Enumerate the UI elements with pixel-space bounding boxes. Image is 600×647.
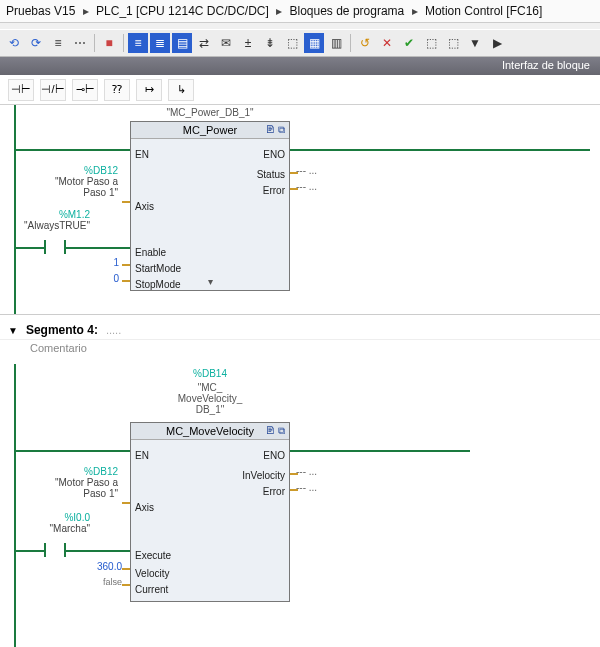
tb-icon[interactable]: ≣ [150,33,170,53]
wire-eno [290,149,590,151]
ld-contact-nc[interactable]: ⊣/⊢ [40,79,66,101]
tb-icon[interactable]: ▥ [326,33,346,53]
tb-icon[interactable]: ⇟ [260,33,280,53]
tb-icon[interactable]: ✕ [377,33,397,53]
instance-db-addr: %DB14 [130,368,290,379]
tb-icon[interactable]: ▤ [172,33,192,53]
tb-icon[interactable]: ≡ [128,33,148,53]
tag-axis[interactable]: %DB12 "Motor Paso a Paso 1" [34,466,118,499]
pin-enable: Enable [135,247,166,258]
out-error-dots: --- ... [296,181,317,192]
ld-coil[interactable]: ⊸⊢ [72,79,98,101]
block-icons[interactable]: 🖹 ⧉ [265,124,285,136]
out-status-dots: --- ... [296,165,317,176]
pin-axis: Axis [135,502,154,513]
tb-icon[interactable]: ⋯ [70,33,90,53]
block-icons[interactable]: 🖹 ⧉ [265,425,285,437]
pin-execute: Execute [135,550,171,561]
tag-axis[interactable]: %DB12 "Motor Paso a Paso 1" [34,165,118,198]
tb-icon[interactable]: ⬚ [421,33,441,53]
expand-icon[interactable]: ▾ [208,276,213,287]
tb-icon[interactable]: ⇄ [194,33,214,53]
wire-en [16,450,130,452]
pin-velocity: Velocity [135,568,169,579]
interface-label: Interfaz de bloque [502,59,590,71]
tb-icon[interactable]: ▦ [304,33,324,53]
pin-eno: ENO [263,450,285,461]
tb-icon[interactable]: ▶ [487,33,507,53]
ld-branch-open[interactable]: ↦ [136,79,162,101]
network-mc-movevelocity: %DB14 "MC_ MoveVelocity_ DB_1" MC_MoveVe… [0,364,600,647]
pin-en: EN [135,149,149,160]
tb-icon[interactable]: ⟲ [4,33,24,53]
tb-icon[interactable]: ■ [99,33,119,53]
breadcrumb-item[interactable]: Motion Control [FC16] [425,4,542,18]
breadcrumb: Pruebas V15 ▸ PLC_1 [CPU 1214C DC/DC/DC]… [0,0,600,23]
breadcrumb-item[interactable]: Bloques de programa [290,4,405,18]
segment-comment[interactable]: Comentario [0,340,600,364]
interface-bar: Interfaz de bloque [0,57,600,75]
tb-icon[interactable]: ✉ [216,33,236,53]
pin-startmode: StartMode [135,263,181,274]
pin-en: EN [135,450,149,461]
tb-icon[interactable]: ≡ [48,33,68,53]
pin-axis: Axis [135,201,154,212]
ladder-toolbar: ⊣⊢ ⊣/⊢ ⊸⊢ ⁇ ↦ ↳ [0,75,600,105]
out-invel-dots: --- ... [296,466,317,477]
instance-db-name: "MC_ MoveVelocity_ DB_1" [130,382,290,415]
breadcrumb-item[interactable]: PLC_1 [CPU 1214C DC/DC/DC] [96,4,269,18]
breadcrumb-item[interactable]: Pruebas V15 [6,4,75,18]
segment-suffix: ..... [106,324,121,336]
pin-eno: ENO [263,149,285,160]
tag-execute[interactable]: %I0.0 "Marcha" [18,512,90,534]
val-startmode[interactable]: 1 [105,257,119,268]
block-mc-power[interactable]: MC_Power 🖹 ⧉ EN Axis Enable StartMode St… [130,121,290,291]
contact-enable[interactable] [44,240,66,254]
pin-stopmode: StopMode [135,279,181,290]
segment-title: Segmento 4: [26,323,98,337]
tb-icon[interactable]: ⟳ [26,33,46,53]
ld-box[interactable]: ⁇ [104,79,130,101]
tb-icon[interactable]: ± [238,33,258,53]
wire-eno [290,450,470,452]
network-area: "MC_Power_DB_1" MC_Power 🖹 ⧉ EN Axis Ena… [0,105,600,647]
block-title: MC_MoveVelocity 🖹 ⧉ [131,423,289,440]
pin-invelocity: InVelocity [242,470,285,481]
block-mc-movevelocity[interactable]: MC_MoveVelocity 🖹 ⧉ EN Axis Execute Velo… [130,422,290,602]
val-current[interactable]: false [92,577,122,587]
pin-current: Current [135,584,168,595]
pin-error: Error [263,185,285,196]
chevron-down-icon[interactable]: ▼ [8,325,18,336]
tb-icon[interactable]: ▼ [465,33,485,53]
main-toolbar: ⟲ ⟳ ≡ ⋯ ■ ≡ ≣ ▤ ⇄ ✉ ± ⇟ ⬚ ▦ ▥ ↺ ✕ ✔ ⬚ ⬚ … [0,29,600,57]
wire-en [16,149,130,151]
instance-db-name: "MC_Power_DB_1" [130,107,290,118]
network-mc-power: "MC_Power_DB_1" MC_Power 🖹 ⧉ EN Axis Ena… [0,105,600,315]
tb-icon[interactable]: ⬚ [443,33,463,53]
val-velocity[interactable]: 360.0 [88,561,122,572]
contact-execute[interactable] [44,543,66,557]
segment-header[interactable]: ▼ Segmento 4: ..... [0,315,600,340]
power-rail [14,364,16,647]
tb-icon[interactable]: ↺ [355,33,375,53]
block-title: MC_Power 🖹 ⧉ [131,122,289,139]
tag-enable[interactable]: %M1.2 "AlwaysTRUE" [18,209,90,231]
ld-branch-close[interactable]: ↳ [168,79,194,101]
tb-icon[interactable]: ✔ [399,33,419,53]
pin-status: Status [257,169,285,180]
out-error-dots: --- ... [296,482,317,493]
pin-error: Error [263,486,285,497]
power-rail [14,105,16,314]
tb-icon[interactable]: ⬚ [282,33,302,53]
ld-contact-no[interactable]: ⊣⊢ [8,79,34,101]
val-stopmode[interactable]: 0 [105,273,119,284]
